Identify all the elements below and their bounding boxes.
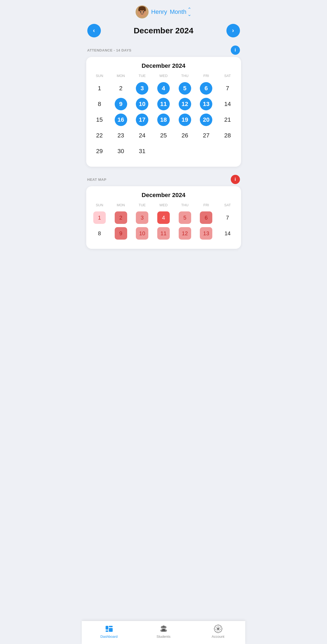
attendance-day-cell [174, 144, 195, 159]
attendance-day-cell[interactable]: 5 [174, 81, 195, 96]
attendance-day-cell[interactable]: 14 [217, 97, 238, 111]
attendance-day-cell[interactable]: 10 [132, 97, 153, 111]
attendance-day-cell[interactable]: 21 [217, 112, 238, 127]
day-number: 4 [157, 82, 170, 95]
heatmap-day-cell[interactable]: 3 [132, 210, 153, 225]
attendance-day-cell[interactable]: 29 [89, 144, 110, 159]
attendance-day-cell [217, 144, 238, 159]
heatmap-day-number: 9 [115, 227, 127, 240]
heatmap-day-cell[interactable]: 8 [89, 226, 110, 241]
day-number: 13 [200, 98, 212, 110]
attendance-day-cell[interactable]: 19 [174, 112, 195, 127]
heatmap-day-cell[interactable]: 5 [174, 210, 195, 225]
svg-point-3 [138, 8, 140, 11]
day-number: 7 [221, 82, 234, 95]
day-header: WED [153, 203, 174, 209]
heatmap-day-cell[interactable]: 2 [110, 210, 132, 225]
day-number: 9 [115, 98, 127, 110]
heatmap-day-number: 8 [93, 227, 106, 240]
day-number [179, 145, 191, 157]
attendance-day-cell[interactable]: 9 [110, 97, 132, 111]
attendance-day-cell[interactable]: 23 [110, 128, 132, 143]
heatmap-day-cell[interactable]: 9 [110, 226, 132, 241]
view-mode-label: Month [170, 8, 186, 15]
heatmap-day-cell[interactable]: 4 [153, 210, 174, 225]
heatmap-day-cell[interactable]: 10 [132, 226, 153, 241]
day-number: 19 [179, 114, 191, 126]
attendance-day-cell[interactable]: 4 [153, 81, 174, 96]
heatmap-day-number: 14 [221, 227, 234, 240]
avatar[interactable] [136, 5, 149, 18]
attendance-day-cell[interactable]: 3 [132, 81, 153, 96]
day-number: 16 [115, 114, 127, 126]
attendance-section-header: ATTENDANCE - 14 DAYS i [82, 43, 245, 57]
day-number: 20 [200, 114, 212, 126]
heatmap-day-number: 12 [179, 227, 191, 240]
view-mode-selector[interactable]: Month ⌃⌄ [170, 7, 191, 17]
attendance-day-cell[interactable]: 8 [89, 97, 110, 111]
heatmap-day-cell[interactable]: 1 [89, 210, 110, 225]
chevron-updown-icon: ⌃⌄ [187, 7, 191, 17]
heatmap-grid: SUNMONTUEWEDTHUFRISAT1234567891011121314 [89, 203, 238, 241]
heatmap-day-number: 3 [136, 211, 148, 224]
svg-point-4 [144, 8, 146, 11]
svg-point-8 [145, 12, 147, 14]
heatmap-day-cell[interactable]: 11 [153, 226, 174, 241]
svg-point-7 [137, 12, 139, 14]
day-header: SAT [217, 203, 238, 209]
attendance-day-cell[interactable]: 1 [89, 81, 110, 96]
attendance-day-cell[interactable]: 27 [195, 128, 217, 143]
attendance-day-cell[interactable]: 30 [110, 144, 132, 159]
day-number: 10 [136, 98, 148, 110]
heatmap-day-cell[interactable]: 6 [195, 210, 217, 225]
day-number: 23 [115, 129, 127, 142]
attendance-day-cell[interactable]: 28 [217, 128, 238, 143]
day-number: 15 [93, 114, 106, 126]
day-number: 11 [157, 98, 170, 110]
svg-point-6 [143, 11, 144, 13]
heatmap-day-cell[interactable]: 12 [174, 226, 195, 241]
attendance-day-cell[interactable]: 17 [132, 112, 153, 127]
day-number [157, 145, 170, 157]
heatmap-day-cell[interactable]: 13 [195, 226, 217, 241]
heatmap-day-number: 1 [93, 211, 106, 224]
month-navigation: ‹ December 2024 › [82, 21, 245, 43]
attendance-day-cell[interactable]: 15 [89, 112, 110, 127]
heatmap-day-number: 5 [179, 211, 191, 224]
attendance-day-cell[interactable]: 6 [195, 81, 217, 96]
attendance-day-cell[interactable]: 13 [195, 97, 217, 111]
day-number: 25 [157, 129, 170, 142]
heatmap-section-header: HEAT MAP i [82, 172, 245, 186]
attendance-day-cell[interactable]: 7 [217, 81, 238, 96]
attendance-day-cell[interactable]: 20 [195, 112, 217, 127]
attendance-day-cell[interactable]: 22 [89, 128, 110, 143]
day-number: 24 [136, 129, 148, 142]
attendance-day-cell[interactable]: 26 [174, 128, 195, 143]
attendance-info-button[interactable]: i [231, 46, 240, 55]
day-number [221, 145, 234, 157]
attendance-day-cell[interactable]: 2 [110, 81, 132, 96]
attendance-day-cell[interactable]: 11 [153, 97, 174, 111]
attendance-day-cell[interactable]: 12 [174, 97, 195, 111]
next-month-button[interactable]: › [226, 24, 240, 37]
heatmap-label: HEAT MAP [87, 178, 107, 182]
heatmap-day-cell[interactable]: 7 [217, 210, 238, 225]
attendance-day-cell[interactable]: 25 [153, 128, 174, 143]
attendance-day-cell[interactable]: 16 [110, 112, 132, 127]
prev-month-button[interactable]: ‹ [87, 24, 101, 37]
heatmap-info-button[interactable]: i [231, 175, 240, 184]
day-header: WED [153, 74, 174, 80]
day-header: FRI [195, 74, 217, 80]
attendance-day-cell[interactable]: 18 [153, 112, 174, 127]
attendance-day-cell[interactable]: 31 [132, 144, 153, 159]
day-header: SAT [217, 74, 238, 80]
heatmap-calendar-title: December 2024 [89, 192, 238, 199]
day-header: THU [174, 74, 195, 80]
heatmap-day-cell[interactable]: 14 [217, 226, 238, 241]
day-header: MON [110, 203, 132, 209]
day-number: 27 [200, 129, 212, 142]
day-number: 12 [179, 98, 191, 110]
day-number: 31 [136, 145, 148, 157]
heatmap-day-number: 11 [157, 227, 170, 240]
attendance-day-cell[interactable]: 24 [132, 128, 153, 143]
